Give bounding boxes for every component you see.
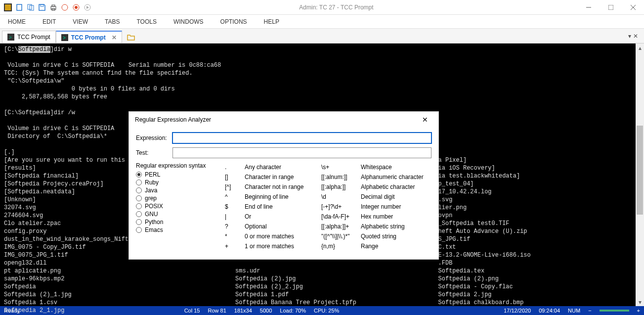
- regex-symbol: [[:alpha:]]+: [321, 222, 361, 231]
- regex-desc: Alphanumeric character: [361, 172, 431, 182]
- svg-text:>: >: [63, 35, 66, 41]
- regex-symbol: "([^"\\]|\\.)*": [321, 231, 361, 241]
- regex-desc: Hex number: [361, 212, 431, 222]
- radio-label: PERL: [145, 171, 160, 178]
- syntax-radio-perl[interactable]: PERL: [136, 171, 210, 178]
- test-label: Test:: [136, 149, 168, 156]
- syntax-group: Regular expression syntax PERLRubyJavagr…: [136, 162, 210, 251]
- radio-icon: [136, 180, 142, 185]
- regex-symbol: \s+: [321, 162, 361, 172]
- regex-symbol: |: [225, 212, 245, 222]
- radio-label: GNU: [145, 211, 158, 218]
- copy-icon[interactable]: [26, 2, 36, 12]
- regex-symbol: ?: [225, 222, 245, 231]
- regex-symbol: $: [225, 202, 245, 212]
- radio-icon: [136, 219, 142, 225]
- record-icon[interactable]: [71, 2, 81, 12]
- console-icon: >: [7, 34, 14, 41]
- tab-dropdown-button[interactable]: ▾: [628, 33, 631, 40]
- menu-options[interactable]: OPTIONS: [217, 16, 250, 27]
- folder-icon: [127, 33, 135, 41]
- regex-symbol: []: [225, 172, 245, 182]
- scroll-track[interactable]: [636, 52, 644, 298]
- regex-symbol: [[:alnum:]]: [321, 172, 361, 182]
- regex-desc: Beginning of line: [245, 192, 321, 202]
- syntax-radio-gnu[interactable]: GNU: [136, 211, 210, 218]
- window-title: Admin: TC 27 - TCC Prompt: [95, 4, 577, 11]
- radio-label: Java: [145, 187, 157, 194]
- regex-desc: Character not in range: [245, 182, 321, 192]
- menu-help[interactable]: HELP: [261, 16, 282, 27]
- svg-rect-2: [17, 4, 22, 10]
- menu-bar: HOME EDIT VIEW TABS TOOLS WINDOWS OPTION…: [0, 15, 644, 29]
- regex-desc: Alphabetic string: [361, 222, 431, 231]
- expression-input[interactable]: [172, 133, 431, 143]
- dialog-close-button[interactable]: ✕: [418, 112, 432, 127]
- radio-icon: [136, 187, 142, 193]
- syntax-radio-python[interactable]: Python: [136, 219, 210, 225]
- dialog-title: Regular Expression Analyzer: [135, 116, 211, 123]
- print-icon[interactable]: [48, 2, 58, 12]
- test-input[interactable]: [172, 147, 431, 158]
- tab-close-button[interactable]: ✕: [112, 34, 117, 41]
- regex-desc: Or: [245, 212, 321, 222]
- svg-point-11: [75, 6, 78, 9]
- menu-tools[interactable]: TOOLS: [133, 16, 159, 27]
- close-button[interactable]: [622, 0, 644, 15]
- scroll-down-button[interactable]: ▾: [636, 298, 644, 306]
- radio-icon: [136, 227, 142, 233]
- syntax-radio-java[interactable]: Java: [136, 187, 210, 194]
- window-controls: [577, 0, 644, 15]
- radio-label: Emacs: [145, 226, 163, 233]
- menu-view[interactable]: VIEW: [70, 16, 91, 27]
- scroll-thumb[interactable]: [637, 126, 643, 215]
- expression-label: Expression:: [136, 135, 168, 141]
- save-icon[interactable]: [37, 2, 47, 12]
- tab-tcc-prompt-2[interactable]: > TCC Prompt ✕: [56, 31, 122, 43]
- regex-desc: 1 or more matches: [245, 241, 321, 251]
- menu-windows[interactable]: WINDOWS: [171, 16, 207, 27]
- regex-desc: Range: [361, 241, 431, 251]
- play-icon[interactable]: [83, 2, 92, 12]
- new-file-icon[interactable]: [14, 2, 24, 12]
- quick-access-toolbar: [0, 2, 95, 12]
- tab-tcc-prompt-1[interactable]: > TCC Prompt: [2, 31, 56, 43]
- svg-text:>: >: [9, 35, 12, 40]
- new-tab-button[interactable]: [122, 31, 140, 43]
- menu-home[interactable]: HOME: [5, 16, 29, 27]
- record-stop-icon[interactable]: [60, 2, 70, 12]
- regex-desc: Whitespace: [361, 162, 431, 172]
- regex-symbol: [-+]?\d+: [321, 202, 361, 212]
- menu-edit[interactable]: EDIT: [40, 16, 59, 27]
- radio-label: Ruby: [145, 179, 159, 186]
- radio-label: POSIX: [145, 203, 163, 210]
- dialog-title-bar[interactable]: Regular Expression Analyzer ✕: [129, 112, 438, 128]
- vertical-scrollbar[interactable]: ▴ ▾: [636, 44, 644, 306]
- radio-icon: [136, 195, 142, 201]
- syntax-group-label: Regular expression syntax: [136, 162, 210, 169]
- radio-icon: [136, 172, 142, 178]
- syntax-radio-emacs[interactable]: Emacs: [136, 226, 210, 233]
- tab-label: TCC Prompt: [71, 34, 106, 41]
- syntax-radio-posix[interactable]: POSIX: [136, 203, 210, 210]
- terminal-highlight: Softpedia: [18, 46, 50, 53]
- maximize-button[interactable]: [600, 0, 622, 15]
- regex-desc: Alphabetic character: [361, 182, 431, 192]
- tab-close-all-button[interactable]: ✕: [633, 33, 638, 40]
- regex-desc: Character in range: [245, 172, 321, 182]
- title-bar: Admin: TC 27 - TCC Prompt: [0, 0, 644, 15]
- regex-desc: Optional: [245, 222, 321, 231]
- svg-rect-7: [52, 5, 55, 6]
- menu-tabs[interactable]: TABS: [102, 16, 123, 27]
- regex-desc: Integer number: [361, 202, 431, 212]
- regex-symbol: .: [225, 162, 245, 172]
- syntax-radio-ruby[interactable]: Ruby: [136, 179, 210, 186]
- svg-rect-14: [608, 5, 613, 10]
- syntax-radio-grep[interactable]: grep: [136, 195, 210, 202]
- radio-icon: [136, 211, 142, 217]
- radio-icon: [136, 203, 142, 209]
- regex-symbol: {n,m}: [321, 241, 361, 251]
- svg-point-9: [62, 4, 68, 10]
- minimize-button[interactable]: [577, 0, 600, 15]
- scroll-up-button[interactable]: ▴: [636, 44, 644, 52]
